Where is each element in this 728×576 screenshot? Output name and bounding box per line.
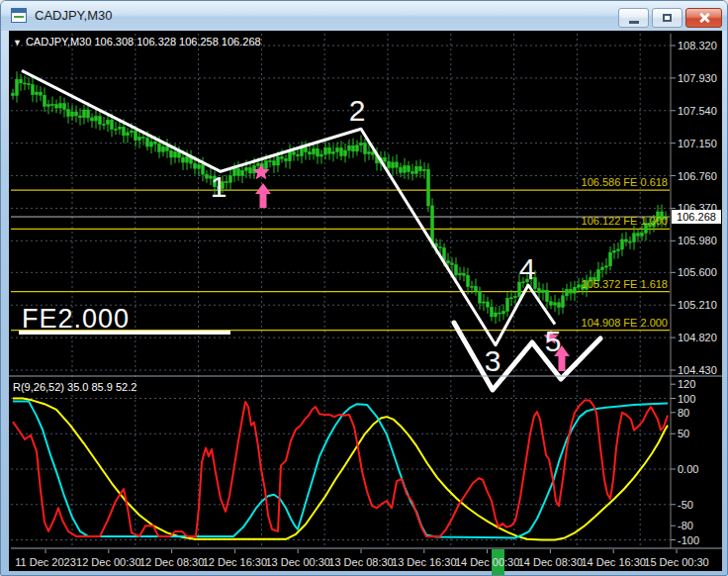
- window-icon: [11, 8, 27, 23]
- restore-icon: [663, 14, 672, 22]
- close-button[interactable]: [685, 8, 722, 28]
- close-icon: [698, 12, 710, 24]
- title-bar[interactable]: CADJPY,M30: [1, 1, 727, 31]
- minimize-button[interactable]: [618, 8, 649, 28]
- terminal-window: CADJPY,M30 ▼CADJPY,M30 106.308 106.328 1…: [0, 0, 728, 576]
- restore-button[interactable]: [652, 8, 682, 28]
- minimize-icon: [629, 21, 639, 24]
- window-title: CADJPY,M30: [35, 8, 113, 23]
- chart-canvas[interactable]: [9, 31, 722, 571]
